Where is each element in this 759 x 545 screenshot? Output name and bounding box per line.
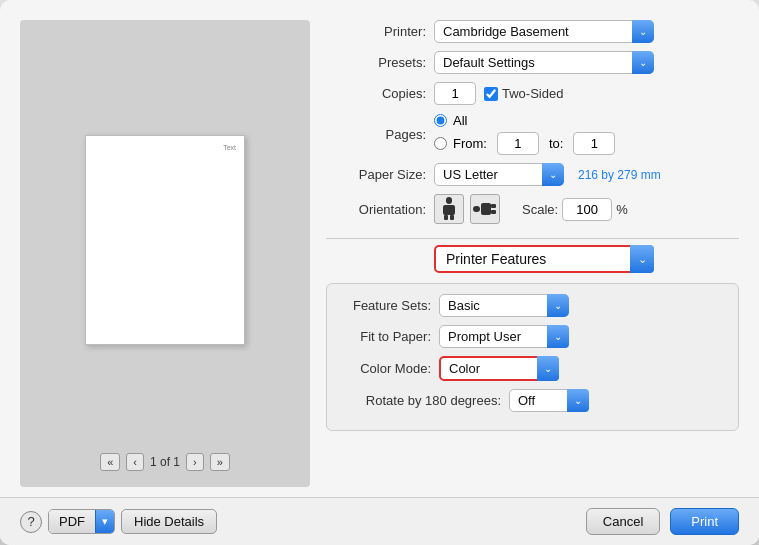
printer-label: Printer:	[326, 24, 426, 39]
paper-size-row: Paper Size: US Letter 216 by 279 mm	[326, 163, 739, 186]
feature-sets-row: Feature Sets: Basic	[341, 294, 724, 317]
svg-rect-0	[446, 197, 452, 204]
paper-size-content: US Letter 216 by 279 mm	[434, 163, 661, 186]
preview-page-area: Text	[36, 36, 294, 443]
svg-rect-6	[491, 204, 496, 208]
preview-nav: « ‹ 1 of 1 › »	[100, 453, 230, 471]
pages-all-label: All	[453, 113, 467, 128]
color-mode-label: Color Mode:	[341, 361, 431, 376]
rotate-select-wrapper: Off On	[509, 389, 589, 412]
portrait-orientation-button[interactable]	[434, 194, 464, 224]
orientation-row: Orientation:	[326, 194, 739, 224]
fit-to-paper-row: Fit to Paper: Prompt User	[341, 325, 724, 348]
two-sided-text: Two-Sided	[502, 86, 563, 101]
pages-to-input[interactable]	[573, 132, 615, 155]
scale-label: Scale:	[522, 202, 558, 217]
printer-select[interactable]: Cambridge Basement	[434, 20, 654, 43]
pages-all-row: All	[434, 113, 615, 128]
pages-from-label: From:	[453, 136, 487, 151]
presets-select-wrapper: Default Settings	[434, 51, 654, 74]
paper-dimensions: 216 by 279 mm	[578, 168, 661, 182]
first-page-button[interactable]: «	[100, 453, 120, 471]
section-divider	[326, 238, 739, 239]
prompt-user-select[interactable]: Prompt User	[439, 325, 569, 348]
hide-details-button[interactable]: Hide Details	[121, 509, 217, 534]
copies-content: Two-Sided	[434, 82, 563, 105]
pdf-btn-group: PDF ▾	[48, 509, 115, 534]
feature-sets-label: Feature Sets:	[341, 298, 431, 313]
settings-panel: Printer: Cambridge Basement Presets: Def…	[326, 20, 739, 487]
svg-rect-4	[473, 206, 480, 212]
landscape-orientation-button[interactable]	[470, 194, 500, 224]
copies-label: Copies:	[326, 86, 426, 101]
rotate-select[interactable]: Off On	[509, 389, 589, 412]
landscape-icon	[473, 199, 497, 219]
presets-label: Presets:	[326, 55, 426, 70]
paper-size-select-wrapper: US Letter	[434, 163, 564, 186]
printer-row: Printer: Cambridge Basement	[326, 20, 739, 43]
color-mode-select[interactable]: Color	[439, 356, 559, 381]
presets-row: Presets: Default Settings	[326, 51, 739, 74]
pages-label: Pages:	[326, 127, 426, 142]
footer-left: ? PDF ▾ Hide Details	[20, 509, 217, 534]
pages-from-radio[interactable]	[434, 137, 447, 150]
feature-sets-select-wrapper: Basic	[439, 294, 569, 317]
svg-rect-3	[450, 215, 454, 220]
portrait-icon	[439, 197, 459, 221]
pages-to-label: to:	[549, 136, 563, 151]
feature-sets-section: Feature Sets: Basic Fit to Paper: Prompt…	[326, 283, 739, 431]
svg-rect-1	[443, 205, 455, 215]
pdf-main-button[interactable]: PDF	[49, 510, 95, 533]
two-sided-checkbox[interactable]	[484, 87, 498, 101]
two-sided-label: Two-Sided	[484, 86, 563, 101]
paper-size-select[interactable]: US Letter	[434, 163, 564, 186]
printer-select-wrapper: Cambridge Basement	[434, 20, 654, 43]
svg-rect-2	[444, 215, 448, 220]
cancel-button[interactable]: Cancel	[586, 508, 660, 535]
svg-rect-5	[481, 203, 491, 215]
print-dialog: Text « ‹ 1 of 1 › » Printer: Cambridge B…	[0, 0, 759, 545]
color-mode-select-wrapper: Color	[439, 356, 559, 381]
orientation-label: Orientation:	[326, 202, 426, 217]
printer-features-row: Printer Features	[326, 245, 739, 273]
dialog-footer: ? PDF ▾ Hide Details Cancel Print	[0, 497, 759, 545]
preview-page: Text	[85, 135, 245, 345]
pct-label: %	[616, 202, 628, 217]
copies-input[interactable]	[434, 82, 476, 105]
color-mode-row: Color Mode: Color	[341, 356, 724, 381]
copies-row: Copies: Two-Sided	[326, 82, 739, 105]
preview-text: Text	[223, 144, 236, 151]
help-button[interactable]: ?	[20, 511, 42, 533]
pages-options: All From: to:	[434, 113, 615, 155]
fit-to-paper-label: Fit to Paper:	[341, 329, 431, 344]
pages-all-radio[interactable]	[434, 114, 447, 127]
pages-row: Pages: All From: to:	[326, 113, 739, 155]
rotate-label: Rotate by 180 degrees:	[341, 393, 501, 408]
presets-select[interactable]: Default Settings	[434, 51, 654, 74]
page-indicator: 1 of 1	[150, 455, 180, 469]
printer-features-select[interactable]: Printer Features	[434, 245, 654, 273]
svg-rect-7	[491, 210, 496, 214]
print-button[interactable]: Print	[670, 508, 739, 535]
pages-from-input[interactable]	[497, 132, 539, 155]
next-page-button[interactable]: ›	[186, 453, 204, 471]
prev-page-button[interactable]: ‹	[126, 453, 144, 471]
dialog-body: Text « ‹ 1 of 1 › » Printer: Cambridge B…	[0, 0, 759, 497]
last-page-button[interactable]: »	[210, 453, 230, 471]
feature-sets-select[interactable]: Basic	[439, 294, 569, 317]
preview-panel: Text « ‹ 1 of 1 › »	[20, 20, 310, 487]
paper-size-label: Paper Size:	[326, 167, 426, 182]
orientation-content: Scale: %	[434, 194, 628, 224]
footer-right: Cancel Print	[586, 508, 739, 535]
rotate-row: Rotate by 180 degrees: Off On	[341, 389, 724, 412]
scale-group: Scale: %	[522, 198, 628, 221]
prompt-user-select-wrapper: Prompt User	[439, 325, 569, 348]
pdf-dropdown-button[interactable]: ▾	[95, 510, 114, 533]
scale-input[interactable]	[562, 198, 612, 221]
pages-from-row: From: to:	[434, 132, 615, 155]
printer-features-select-wrapper: Printer Features	[434, 245, 654, 273]
